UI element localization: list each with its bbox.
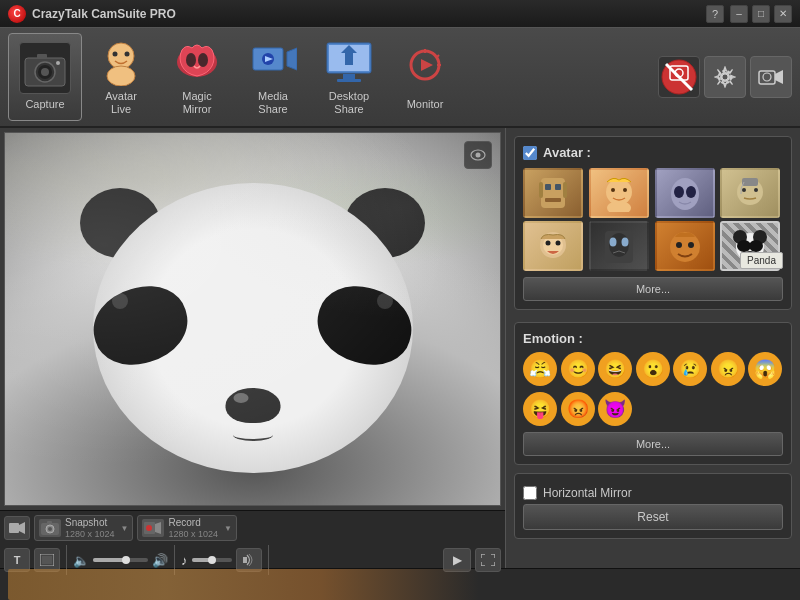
avatar-thumb-1[interactable] bbox=[523, 168, 583, 218]
svg-point-8 bbox=[113, 51, 118, 56]
music-icon: ♪ bbox=[181, 553, 188, 568]
svg-marker-27 bbox=[421, 59, 433, 71]
desktop-share-icon bbox=[323, 38, 375, 86]
emotion-more-button[interactable]: More... bbox=[523, 432, 783, 456]
statusbar bbox=[0, 568, 800, 600]
fur-texture bbox=[5, 133, 500, 505]
toolbar-item-capture[interactable]: Capture bbox=[8, 33, 82, 121]
monitor-icon bbox=[399, 42, 451, 94]
avatar-thumb-2[interactable] bbox=[589, 168, 649, 218]
svg-point-61 bbox=[611, 188, 615, 192]
avatar-cell-6 bbox=[589, 221, 652, 271]
emotion-5[interactable]: 😢 bbox=[673, 352, 707, 386]
avatar-thumb-6[interactable] bbox=[589, 221, 649, 271]
avatar-cell-8: Panda bbox=[720, 221, 783, 271]
capture-label: Capture bbox=[25, 98, 64, 111]
avatar-section-title: Avatar : bbox=[543, 145, 591, 160]
emotion-placeholder bbox=[636, 392, 670, 426]
help-button[interactable]: ? bbox=[706, 5, 724, 23]
avatar-cell-2 bbox=[589, 168, 652, 218]
record-icon bbox=[142, 519, 164, 537]
avatar-live-icon bbox=[95, 38, 147, 86]
maximize-button[interactable]: □ bbox=[752, 5, 770, 23]
svg-point-60 bbox=[607, 201, 631, 212]
svg-rect-51 bbox=[42, 556, 52, 564]
app-icon: C bbox=[8, 5, 26, 23]
emotion-1[interactable]: 😤 bbox=[523, 352, 557, 386]
emotion-9[interactable]: 😡 bbox=[561, 392, 595, 426]
horizontal-mirror-checkbox[interactable] bbox=[523, 486, 537, 500]
emotion-8[interactable]: 😝 bbox=[523, 392, 557, 426]
avatar-enable-checkbox[interactable] bbox=[523, 146, 537, 160]
svg-rect-69 bbox=[742, 178, 758, 186]
avatar-thumb-4[interactable] bbox=[720, 168, 780, 218]
avatar-thumb-5[interactable] bbox=[523, 221, 583, 271]
snapshot-dropdown-arrow: ▼ bbox=[121, 524, 129, 533]
media-share-icon bbox=[247, 38, 299, 86]
svg-rect-53 bbox=[541, 178, 565, 208]
emotion-placeholder3 bbox=[711, 392, 745, 426]
emotion-grid-row2: 😝 😡 😈 bbox=[523, 392, 783, 426]
minimize-button[interactable]: – bbox=[730, 5, 748, 23]
svg-point-45 bbox=[48, 527, 52, 531]
avatar-cell-1 bbox=[523, 168, 586, 218]
svg-rect-55 bbox=[555, 184, 561, 190]
avatar-cell-3 bbox=[655, 168, 718, 218]
emotion-3[interactable]: 😆 bbox=[598, 352, 632, 386]
record-info: Record 1280 x 1024 bbox=[168, 517, 218, 540]
realtime-fx-button[interactable] bbox=[658, 56, 700, 98]
settings-button[interactable] bbox=[704, 56, 746, 98]
camera-feed bbox=[5, 133, 500, 505]
snapshot-icon bbox=[39, 519, 61, 537]
svg-point-79 bbox=[676, 242, 682, 248]
avatar-thumb-7[interactable] bbox=[655, 221, 715, 271]
svg-rect-46 bbox=[47, 521, 52, 524]
volume-slider[interactable] bbox=[93, 558, 148, 562]
toolbar-item-desktop-share[interactable]: DesktopShare bbox=[312, 33, 386, 121]
titlebar: C CrazyTalk CamSuite PRO ? – □ ✕ bbox=[0, 0, 800, 28]
snapshot-button[interactable]: Snapshot 1280 x 1024 ▼ bbox=[34, 515, 133, 541]
avatar-section-header: Avatar : bbox=[523, 145, 783, 160]
svg-rect-20 bbox=[337, 79, 361, 82]
svg-point-77 bbox=[621, 238, 628, 247]
emotion-7[interactable]: 😱 bbox=[748, 352, 782, 386]
emotion-2[interactable]: 😊 bbox=[561, 352, 595, 386]
camera-controls: Snapshot 1280 x 1024 ▼ Record bbox=[0, 510, 505, 568]
svg-point-76 bbox=[609, 238, 616, 247]
emotion-6[interactable]: 😠 bbox=[711, 352, 745, 386]
svg-point-73 bbox=[556, 241, 561, 246]
svg-point-49 bbox=[146, 525, 152, 531]
reset-button[interactable]: Reset bbox=[523, 504, 783, 530]
camera-settings-button[interactable] bbox=[750, 56, 792, 98]
avatar-more-button[interactable]: More... bbox=[523, 277, 783, 301]
svg-point-11 bbox=[186, 53, 196, 67]
svg-rect-4 bbox=[37, 54, 47, 59]
toolbar-item-magic-mirror[interactable]: MagicMirror bbox=[160, 33, 234, 121]
svg-rect-21 bbox=[345, 51, 353, 65]
record-dropdown-arrow: ▼ bbox=[224, 524, 232, 533]
controls-row1: Snapshot 1280 x 1024 ▼ Record bbox=[4, 515, 501, 541]
record-button[interactable]: Record 1280 x 1024 ▼ bbox=[137, 515, 236, 541]
emotion-10[interactable]: 😈 bbox=[598, 392, 632, 426]
avatar-section: Avatar : bbox=[514, 136, 792, 310]
avatar-cell-4 bbox=[720, 168, 783, 218]
emotion-4[interactable]: 😮 bbox=[636, 352, 670, 386]
video-mode-button[interactable] bbox=[4, 516, 30, 540]
toolbar-right bbox=[658, 56, 792, 98]
emotion-placeholder4 bbox=[748, 392, 782, 426]
magic-mirror-label: MagicMirror bbox=[182, 90, 211, 116]
music-volume-slider[interactable] bbox=[192, 558, 232, 562]
snapshot-info: Snapshot 1280 x 1024 bbox=[65, 517, 115, 540]
toolbar-item-monitor[interactable]: Monitor bbox=[388, 33, 462, 121]
toolbar: Capture AvatarLive MagicMirror bbox=[0, 28, 800, 128]
svg-marker-48 bbox=[155, 522, 161, 534]
svg-point-12 bbox=[198, 53, 208, 67]
svg-marker-37 bbox=[775, 70, 783, 84]
toolbar-item-media-share[interactable]: MediaShare bbox=[236, 33, 310, 121]
eye-overlay-button[interactable] bbox=[464, 141, 492, 169]
close-button[interactable]: ✕ bbox=[774, 5, 792, 23]
toolbar-item-avatar-live[interactable]: AvatarLive bbox=[84, 33, 158, 121]
avatar-thumb-3[interactable] bbox=[655, 168, 715, 218]
emotion-placeholder2 bbox=[673, 392, 707, 426]
mirror-label: Horizontal Mirror bbox=[543, 486, 632, 500]
